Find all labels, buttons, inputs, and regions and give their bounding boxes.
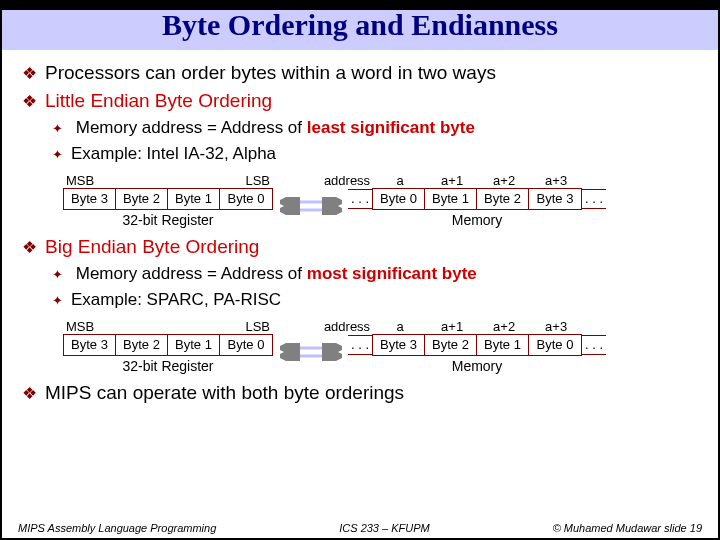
slide-content: Processors can order bytes within a word…	[0, 50, 720, 404]
addr-a2: a+2	[478, 319, 530, 334]
register-block: MSB LSB Byte 3 Byte 2 Byte 1 Byte 0 32-b…	[62, 319, 274, 374]
text: Memory address = Address of	[76, 118, 302, 137]
lsb-label: LSB	[168, 319, 274, 334]
mem-cell: Byte 3	[373, 335, 425, 355]
address-label: address	[324, 173, 370, 188]
bidirectional-arrow-icon	[280, 197, 342, 215]
register-table: Byte 3 Byte 2 Byte 1 Byte 0	[63, 188, 273, 210]
bullet-le-addr: Memory address = Address of least signif…	[52, 118, 698, 138]
register-caption: 32-bit Register	[122, 358, 213, 374]
slide-title: Byte Ordering and Endianness	[2, 0, 718, 50]
memory-caption: Memory	[452, 212, 503, 228]
address-label: address	[324, 319, 370, 334]
bullet-little-endian: Little Endian Byte Ordering	[22, 90, 698, 112]
addr-a: a	[374, 173, 426, 188]
addr-a: a	[374, 319, 426, 334]
reg-cell: Byte 2	[116, 189, 168, 209]
memory-block: address a a+1 a+2 a+3 . . . Byte 0 Byte …	[348, 173, 606, 228]
addr-a2: a+2	[478, 173, 530, 188]
memory-table: Byte 3 Byte 2 Byte 1 Byte 0	[372, 334, 582, 356]
bullet-big-endian: Big Endian Byte Ordering	[22, 236, 698, 258]
mem-dots: . . .	[348, 335, 372, 355]
bullet-be-addr: Memory address = Address of most signifi…	[52, 264, 698, 284]
addr-a3: a+3	[530, 173, 582, 188]
reg-cell: Byte 3	[64, 335, 116, 355]
footer-left: MIPS Assembly Language Programming	[18, 522, 216, 534]
reg-cell: Byte 2	[116, 335, 168, 355]
mem-cell: Byte 0	[373, 189, 425, 209]
lsb-label: LSB	[168, 173, 274, 188]
mem-cell: Byte 1	[425, 189, 477, 209]
text: Memory address = Address of	[76, 264, 302, 283]
mem-cell: Byte 2	[477, 189, 529, 209]
reg-cell: Byte 0	[220, 189, 272, 209]
bullet-mips: MIPS can operate with both byte ordering…	[22, 382, 698, 404]
addr-a3: a+3	[530, 319, 582, 334]
bidirectional-arrow-icon	[280, 343, 342, 361]
reg-cell: Byte 0	[220, 335, 272, 355]
slide-footer: MIPS Assembly Language Programming ICS 2…	[0, 522, 720, 534]
little-endian-diagram: MSB LSB Byte 3 Byte 2 Byte 1 Byte 0 32-b…	[62, 170, 698, 230]
addr-a1: a+1	[426, 319, 478, 334]
footer-right: © Muhamed Mudawar slide 19	[553, 522, 702, 534]
bullet-be-example: Example: SPARC, PA-RISC	[52, 290, 698, 310]
register-caption: 32-bit Register	[122, 212, 213, 228]
big-endian-diagram: MSB LSB Byte 3 Byte 2 Byte 1 Byte 0 32-b…	[62, 316, 698, 376]
mem-dots: . . .	[582, 189, 606, 209]
reg-cell: Byte 1	[168, 189, 220, 209]
memory-table: Byte 0 Byte 1 Byte 2 Byte 3	[372, 188, 582, 210]
mem-cell: Byte 0	[529, 335, 581, 355]
mem-dots: . . .	[348, 189, 372, 209]
text-emph: most significant byte	[307, 264, 477, 283]
mem-cell: Byte 1	[477, 335, 529, 355]
register-table: Byte 3 Byte 2 Byte 1 Byte 0	[63, 334, 273, 356]
footer-center: ICS 233 – KFUPM	[339, 522, 429, 534]
bullet-processors: Processors can order bytes within a word…	[22, 62, 698, 84]
text-emph: least significant byte	[307, 118, 475, 137]
msb-label: MSB	[62, 173, 168, 188]
mem-cell: Byte 3	[529, 189, 581, 209]
reg-cell: Byte 3	[64, 189, 116, 209]
addr-a1: a+1	[426, 173, 478, 188]
reg-cell: Byte 1	[168, 335, 220, 355]
msb-label: MSB	[62, 319, 168, 334]
memory-caption: Memory	[452, 358, 503, 374]
memory-block: address a a+1 a+2 a+3 . . . Byte 3 Byte …	[348, 319, 606, 374]
register-block: MSB LSB Byte 3 Byte 2 Byte 1 Byte 0 32-b…	[62, 173, 274, 228]
bullet-le-example: Example: Intel IA-32, Alpha	[52, 144, 698, 164]
mem-cell: Byte 2	[425, 335, 477, 355]
mem-dots: . . .	[582, 335, 606, 355]
